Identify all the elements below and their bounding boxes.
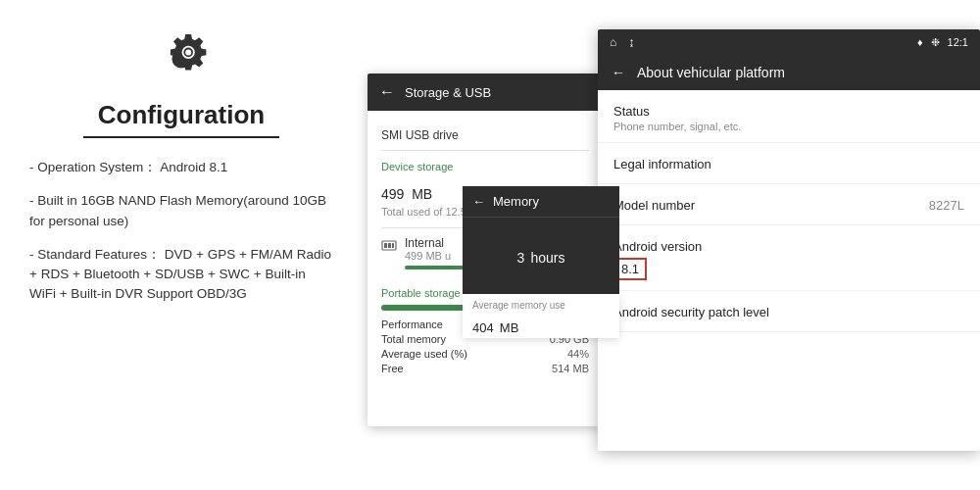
storage-back-icon[interactable]: ← <box>379 83 395 101</box>
about-item-model-val: 8227L <box>929 198 964 213</box>
svg-point-3 <box>185 49 191 55</box>
bluetooth-icon: ❉ <box>931 36 940 49</box>
about-item-status-title: Status <box>613 104 964 119</box>
storage-size-unit: MB <box>412 186 432 202</box>
usb-icon: ↨ <box>628 35 634 49</box>
stats-row-2: Average used (%) 44% <box>381 348 589 360</box>
memory-back-icon[interactable]: ← <box>472 194 485 209</box>
avg-memory-unit: MB <box>500 320 519 335</box>
stats-label-3: Free <box>381 363 404 374</box>
memory-hours-label: hours <box>530 250 564 266</box>
about-item-security-patch[interactable]: Android security patch level <box>598 291 980 332</box>
topbar-time: 12:1 <box>948 36 968 48</box>
storage-size-number: 499 <box>381 186 404 202</box>
stats-label-2: Average used (%) <box>381 348 467 360</box>
memory-hours: 3 hours <box>517 243 565 269</box>
config-list: - Operation System： Android 8.1 - Built … <box>29 158 333 305</box>
smi-usb-label: SMI USB drive <box>381 121 589 151</box>
svg-rect-7 <box>392 243 394 248</box>
memory-hours-number: 3 <box>517 250 525 266</box>
stats-row-3: Free 514 MB <box>381 363 589 374</box>
stats-label-1: Total memory <box>381 333 446 345</box>
storage-title: Storage & USB <box>405 85 491 100</box>
memory-overlay: ← Memory 3 hours <box>463 186 619 294</box>
storage-header: ← Storage & USB <box>368 74 603 111</box>
config-title: Configuration <box>29 100 333 130</box>
about-item-android-version[interactable]: Android version 8.1 <box>598 225 980 291</box>
memory-stats-panel: Average memory use 404 MB <box>463 294 619 338</box>
about-item-status-sub: Phone number, signal, etc. <box>613 121 964 132</box>
config-icon <box>29 29 333 92</box>
about-item-security-patch-title: Android security patch level <box>613 305 964 319</box>
home-icon: ⌂ <box>610 35 616 49</box>
svg-rect-6 <box>388 243 391 248</box>
about-panel: ⌂ ↨ ♦ ❉ 12:1 ← About vehicular platform … <box>598 29 980 451</box>
about-item-legal[interactable]: Legal information <box>598 143 980 184</box>
pin-icon: ♦ <box>917 36 923 48</box>
about-header: ← About vehicular platform <box>598 55 980 90</box>
stats-val-2: 44% <box>567 348 589 360</box>
about-item-status[interactable]: Status Phone number, signal, etc. <box>598 90 980 143</box>
about-item-model-title: Model number <box>613 198 695 213</box>
avg-memory-val: 404 MB <box>472 313 610 338</box>
avg-memory-number: 404 <box>472 320 494 335</box>
memory-header: ← Memory <box>463 186 619 218</box>
config-item-memory: - Built in 16GB NAND Flash Memory(around… <box>29 191 333 231</box>
about-body: Status Phone number, signal, etc. Legal … <box>598 90 980 332</box>
about-topbar: ⌂ ↨ ♦ ❉ 12:1 <box>598 29 980 55</box>
left-panel: Configuration - Operation System： Androi… <box>0 0 363 490</box>
stats-label-0: Performance <box>381 318 443 330</box>
device-storage-label: Device storage <box>381 161 589 172</box>
about-topbar-right: ♦ ❉ 12:1 <box>917 36 968 49</box>
about-title: About vehicular platform <box>637 65 785 80</box>
stats-val-3: 514 MB <box>552 363 589 374</box>
memory-title: Memory <box>493 194 539 209</box>
about-item-model-row: Model number 8227L <box>613 198 964 215</box>
about-item-model[interactable]: Model number 8227L <box>598 184 980 225</box>
about-item-legal-title: Legal information <box>613 157 964 172</box>
config-divider <box>83 136 279 138</box>
memory-body: 3 hours <box>463 218 619 294</box>
svg-rect-5 <box>384 243 387 248</box>
about-item-android-version-title: Android version <box>613 239 964 254</box>
storage-internal-icon <box>381 238 397 258</box>
about-topbar-left: ⌂ ↨ <box>610 35 634 49</box>
config-item-features: - Standard Features： DVD + GPS + FM/AM R… <box>29 245 333 305</box>
about-back-icon[interactable]: ← <box>612 65 625 80</box>
avg-memory-label: Average memory use <box>472 300 610 311</box>
config-item-os: - Operation System： Android 8.1 <box>29 158 333 177</box>
